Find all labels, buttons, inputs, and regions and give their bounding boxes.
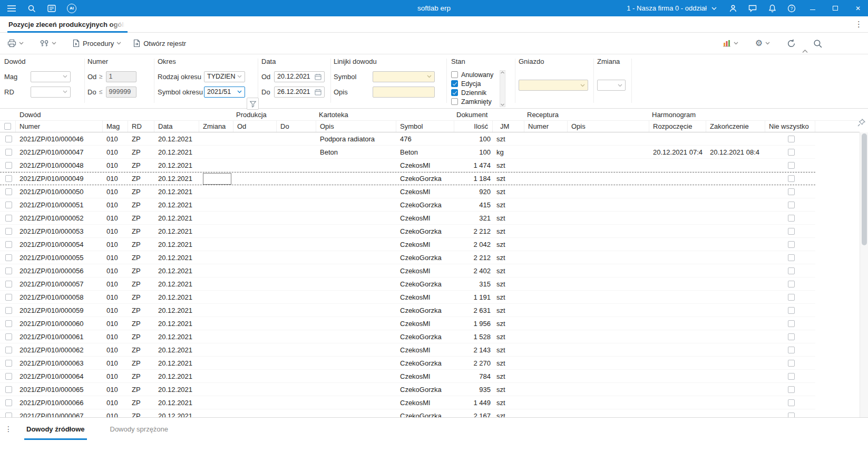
col-od[interactable]: Od xyxy=(233,121,277,132)
row-select-checkbox[interactable] xyxy=(5,175,12,182)
nie-wszystko-checkbox[interactable] xyxy=(788,215,795,222)
table-row[interactable]: 2021/ZP/010/000058010ZP20.12.2021CzekosM… xyxy=(0,291,815,304)
nie-wszystko-checkbox[interactable] xyxy=(788,162,795,169)
table-row[interactable]: 2021/ZP/010/000062010ZP20.12.2021CzekosM… xyxy=(0,343,815,357)
nie-wszystko-checkbox[interactable] xyxy=(788,241,795,248)
table-row[interactable]: 2021/ZP/010/000056010ZP20.12.2021CzekosM… xyxy=(0,264,815,277)
reports-icon[interactable] xyxy=(45,2,58,15)
col-zmiana[interactable]: Zmiana xyxy=(199,121,233,132)
col-rd[interactable]: RD xyxy=(128,121,154,132)
nie-wszystko-checkbox[interactable] xyxy=(788,386,795,393)
table-row[interactable]: 2021/ZP/010/000067010ZP20.12.2021CzekoGo… xyxy=(0,409,815,417)
rodzaj-okresu-select[interactable]: TYDZIEN xyxy=(204,71,245,82)
tab-pozycje-zlecen[interactable]: Pozycje zleceń produkcyjnych ogólnych xyxy=(7,16,128,33)
row-select-checkbox[interactable] xyxy=(5,399,12,406)
data-od-input[interactable]: 20.12.2021 xyxy=(274,71,325,82)
table-row[interactable]: 2021/ZP/010/000059010ZP20.12.2021CzekoGo… xyxy=(0,304,815,317)
row-select-checkbox[interactable] xyxy=(5,347,12,353)
row-select-checkbox[interactable] xyxy=(5,241,12,248)
col-numer-2[interactable]: Numer xyxy=(524,121,568,132)
nie-wszystko-checkbox[interactable] xyxy=(788,267,795,274)
nie-wszystko-checkbox[interactable] xyxy=(788,175,795,182)
table-row[interactable]: 2021/ZP/010/000055010ZP20.12.2021CzekoGo… xyxy=(0,251,815,264)
col-data[interactable]: Data xyxy=(154,121,199,132)
data-do-input[interactable]: 26.12.2021 xyxy=(274,87,325,98)
checked-checkbox[interactable] xyxy=(451,89,458,96)
chat-icon[interactable] xyxy=(746,2,759,15)
nie-wszystko-checkbox[interactable] xyxy=(788,320,795,327)
unchecked-checkbox[interactable] xyxy=(451,71,458,78)
print-button[interactable] xyxy=(4,36,27,50)
unchecked-checkbox[interactable] xyxy=(451,98,458,105)
notifications-icon[interactable] xyxy=(766,2,778,15)
minimize-button[interactable] xyxy=(805,0,821,16)
rd-select[interactable] xyxy=(31,87,71,98)
gniazdo-select[interactable] xyxy=(519,80,588,91)
row-select-checkbox[interactable] xyxy=(5,294,12,301)
table-row[interactable]: 2021/ZP/010/000060010ZP20.12.2021CzekosM… xyxy=(0,317,815,330)
numer-do-input[interactable]: 999999 xyxy=(106,87,136,98)
stan-option[interactable]: Zamknięty xyxy=(451,97,496,106)
nie-wszystko-checkbox[interactable] xyxy=(788,149,795,156)
col-numer[interactable]: Numer xyxy=(16,121,103,132)
nie-wszystko-checkbox[interactable] xyxy=(788,202,795,208)
table-row[interactable]: 2021/ZP/010/000063010ZP20.12.2021CzekoGo… xyxy=(0,357,815,370)
linijki-symbol-select[interactable] xyxy=(373,71,435,82)
stan-option[interactable]: Anulowany xyxy=(451,70,496,79)
company-selector[interactable]: 1 - Nasza firma 0 - oddział xyxy=(627,4,717,12)
col-ilosc[interactable]: Ilość xyxy=(454,121,493,132)
nie-wszystko-checkbox[interactable] xyxy=(788,136,795,142)
col-symbol[interactable]: Symbol xyxy=(396,121,454,132)
table-row[interactable]: 2021/ZP/010/000051010ZP20.12.2021CzekoGo… xyxy=(0,198,815,212)
table-row[interactable]: 2021/ZP/010/000064010ZP20.12.2021CzekosM… xyxy=(0,370,815,383)
nie-wszystko-checkbox[interactable] xyxy=(788,307,795,314)
vertical-scrollbar[interactable] xyxy=(860,132,868,417)
row-select-checkbox[interactable] xyxy=(5,202,12,208)
col-jm[interactable]: JM xyxy=(493,121,524,132)
col-mag[interactable]: Mag xyxy=(103,121,128,132)
relations-button[interactable] xyxy=(36,37,60,50)
table-row[interactable]: 2021/ZP/010/000052010ZP20.12.2021CzekosM… xyxy=(0,212,815,225)
apply-filter-button[interactable] xyxy=(247,98,259,110)
table-row[interactable]: 2021/ZP/010/000048010ZP20.12.2021CzekosM… xyxy=(0,159,815,172)
pin-icon[interactable] xyxy=(856,117,866,128)
row-select-checkbox[interactable] xyxy=(5,307,12,314)
col-opis-2[interactable]: Opis xyxy=(568,121,649,132)
row-select-checkbox[interactable] xyxy=(5,413,12,418)
table-row[interactable]: 2021/ZP/010/000047010ZP20.12.2021BetonBe… xyxy=(0,146,815,159)
inline-cell-editor[interactable] xyxy=(203,173,231,185)
row-select-checkbox[interactable] xyxy=(5,281,12,287)
collapse-filters-icon[interactable] xyxy=(799,47,811,55)
col-do[interactable]: Do xyxy=(277,121,316,132)
nie-wszystko-checkbox[interactable] xyxy=(788,281,795,287)
row-select-checkbox[interactable] xyxy=(5,360,12,367)
procedury-button[interactable]: Procedury xyxy=(69,36,124,50)
stan-scrollbar[interactable] xyxy=(500,70,505,107)
table-row[interactable]: 2021/ZP/010/000046010ZP20.12.2021Podpora… xyxy=(0,132,815,146)
zmiana-select[interactable] xyxy=(597,80,626,91)
nie-wszystko-checkbox[interactable] xyxy=(788,347,795,353)
col-opis[interactable]: Opis xyxy=(316,121,396,132)
numer-od-input[interactable]: 1 xyxy=(106,71,136,82)
nie-wszystko-checkbox[interactable] xyxy=(788,254,795,261)
nie-wszystko-checkbox[interactable] xyxy=(788,360,795,367)
table-row[interactable]: 2021/ZP/010/000065010ZP20.12.2021CzekoGo… xyxy=(0,383,815,396)
row-select-checkbox[interactable] xyxy=(5,386,12,393)
row-select-checkbox[interactable] xyxy=(5,136,12,142)
chart-view-button[interactable] xyxy=(719,37,742,50)
nie-wszystko-checkbox[interactable] xyxy=(788,399,795,406)
col-zakonczenie[interactable]: Zakończenie xyxy=(706,121,765,132)
nie-wszystko-checkbox[interactable] xyxy=(788,294,795,301)
checked-checkbox[interactable] xyxy=(451,80,458,87)
table-row[interactable]: 2021/ZP/010/000053010ZP20.12.2021CzekoGo… xyxy=(0,225,815,238)
scrollbar-thumb[interactable] xyxy=(862,133,867,245)
mag-select[interactable] xyxy=(31,71,71,82)
nie-wszystko-checkbox[interactable] xyxy=(788,413,795,418)
table-row[interactable]: 2021/ZP/010/000054010ZP20.12.2021CzekosM… xyxy=(0,238,815,251)
table-row[interactable]: 2021/ZP/010/000050010ZP20.12.2021CzekosM… xyxy=(0,185,815,198)
menu-icon[interactable] xyxy=(5,2,18,15)
nie-wszystko-checkbox[interactable] xyxy=(788,373,795,380)
search-icon[interactable] xyxy=(25,2,38,15)
nie-wszystko-checkbox[interactable] xyxy=(788,333,795,340)
nie-wszystko-checkbox[interactable] xyxy=(788,228,795,235)
